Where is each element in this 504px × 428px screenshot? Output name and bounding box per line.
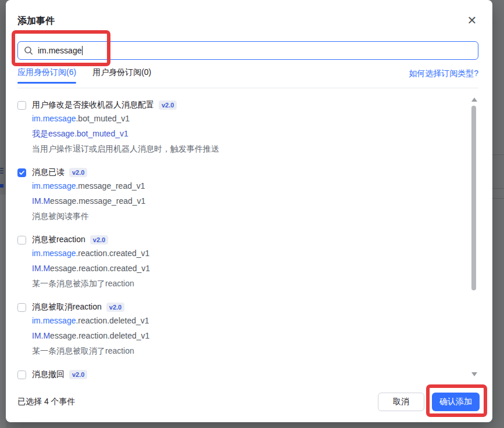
event-id-lower: im.message.reaction.deleted_v1 <box>32 315 469 326</box>
event-item: 消息撤回 v2.0 <box>17 369 469 380</box>
add-event-dialog: 添加事件 ✕ im.message 应用身份订阅(6) 用户身份订阅(0) 如何… <box>6 0 492 422</box>
event-id-lower: im.message.bot_muted_v1 <box>32 113 469 124</box>
confirm-add-button[interactable]: 确认添加 <box>432 393 480 411</box>
backdrop-table-line <box>492 154 504 155</box>
event-title: 消息被取消reaction <box>32 302 102 312</box>
cancel-button[interactable]: 取消 <box>378 393 424 411</box>
event-description: 消息被阅读事件 <box>32 210 469 222</box>
text-cursor <box>82 46 83 55</box>
scrollbar-thumb[interactable] <box>471 106 476 290</box>
backdrop-left-panel-highlight <box>0 195 6 428</box>
backdrop-list-icon <box>0 168 3 174</box>
event-checkbox[interactable] <box>17 168 26 177</box>
event-list: 用户修改是否接收机器人消息配置 v2.0 im.message.bot_mute… <box>17 88 469 382</box>
event-item: 消息已读 v2.0 im.message.message_read_v1 IM.… <box>17 167 469 222</box>
version-badge: v2.0 <box>90 235 108 244</box>
close-icon[interactable]: ✕ <box>464 13 480 28</box>
search-value: im.message <box>38 46 81 55</box>
event-id-lower: im.message.reaction.created_v1 <box>32 247 469 259</box>
event-id-camel: IM.Message.reaction.created_v1 <box>32 262 469 274</box>
event-description: 当用户操作退订或启用机器人消息时，触发事件推送 <box>32 143 469 154</box>
scrollbar-up-arrow-icon[interactable] <box>471 98 477 102</box>
subscription-help-link[interactable]: 如何选择订阅类型? <box>409 67 478 79</box>
backdrop-blue-icon <box>0 184 3 188</box>
version-badge: v2.0 <box>106 303 124 312</box>
event-checkbox[interactable] <box>17 371 26 379</box>
scrollbar-down-arrow-icon[interactable] <box>471 372 477 376</box>
event-item: 消息被reaction v2.0 im.message.reaction.cre… <box>17 234 469 289</box>
event-checkbox[interactable] <box>17 236 26 244</box>
selected-count-text: 已选择 4 个事件 <box>17 397 76 407</box>
check-icon <box>19 170 25 176</box>
event-title: 消息撤回 <box>32 369 65 380</box>
tabbar: 应用身份订阅(6) 用户身份订阅(0) 如何选择订阅类型? <box>17 67 478 88</box>
tab-app-subscription[interactable]: 应用身份订阅(6) <box>17 67 76 84</box>
event-item: 消息被取消reaction v2.0 im.message.reaction.d… <box>17 301 469 357</box>
event-title: 用户修改是否接收机器人消息配置 <box>32 100 154 110</box>
event-checkbox[interactable] <box>17 303 26 312</box>
event-description: 某一条消息被添加了reaction <box>32 278 469 289</box>
version-badge: v2.0 <box>69 370 87 379</box>
event-id-camel: 我是essage.bot_muted_v1 <box>32 128 469 139</box>
version-badge: v2.0 <box>159 100 177 110</box>
event-description: 某一条消息被取消了reaction <box>32 345 469 357</box>
event-id-lower: im.message.message_read_v1 <box>32 180 469 192</box>
version-badge: v2.0 <box>69 168 87 177</box>
dialog-title: 添加事件 <box>17 15 55 27</box>
backdrop-table-line <box>492 188 504 189</box>
event-checkbox[interactable] <box>17 101 26 110</box>
dialog-footer: 已选择 4 个事件 取消 确认添加 <box>17 388 480 416</box>
event-id-camel: IM.Message.message_read_v1 <box>32 195 469 207</box>
search-input[interactable]: im.message <box>17 41 478 60</box>
backdrop-table-line <box>492 198 504 199</box>
search-icon <box>24 46 33 55</box>
event-id-camel: IM.Message.reaction.deleted_v1 <box>32 330 469 341</box>
event-item: 用户修改是否接收机器人消息配置 v2.0 im.message.bot_mute… <box>17 99 469 154</box>
tab-user-subscription[interactable]: 用户身份订阅(0) <box>92 67 151 84</box>
event-title: 消息被reaction <box>32 235 85 245</box>
event-title: 消息已读 <box>32 167 65 178</box>
